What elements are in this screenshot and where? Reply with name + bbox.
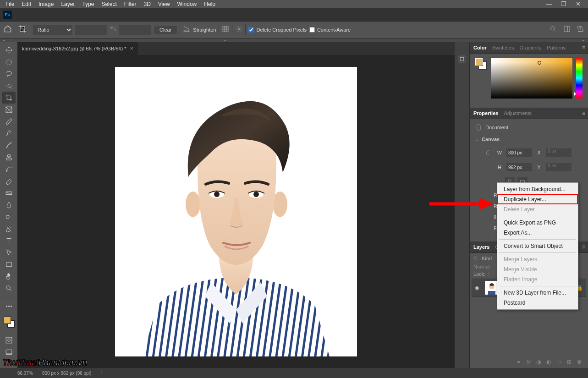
fx-icon[interactable]: fx <box>527 359 531 365</box>
menu-view[interactable]: View <box>154 0 174 8</box>
color-field[interactable] <box>491 58 572 99</box>
ratio-select[interactable]: Ratio <box>33 25 72 35</box>
tab-properties[interactable]: Properties <box>473 110 498 116</box>
move-tool[interactable] <box>2 44 16 56</box>
menu-3d[interactable]: 3D <box>140 0 154 8</box>
frame-tool[interactable] <box>2 104 16 115</box>
link-layers-icon[interactable]: ⚭ <box>517 359 521 365</box>
ratio-width-input[interactable] <box>75 25 107 35</box>
gradient-tool[interactable] <box>2 187 16 199</box>
menu-layer[interactable]: Layer <box>57 0 78 8</box>
adjustment-icon[interactable]: ◐ <box>546 359 551 365</box>
panel-menu-icon[interactable]: ≡ <box>582 244 585 250</box>
crop-tool[interactable] <box>2 92 16 104</box>
ctx-new-d-layer-from-file[interactable]: New 3D Layer from File... <box>497 288 578 298</box>
menu-file[interactable]: File <box>2 0 18 8</box>
quick-select-tool[interactable] <box>2 80 16 92</box>
ctx-convert-to-smart-object[interactable]: Convert to Smart Object <box>497 241 578 251</box>
mask-icon[interactable]: ◑ <box>536 359 541 365</box>
delete-layer-icon[interactable]: 🗑 <box>577 359 583 365</box>
canvas-height-input[interactable] <box>506 163 532 171</box>
canvas-section[interactable]: ⌄Canvas <box>475 137 583 142</box>
menu-edit[interactable]: Edit <box>18 0 35 8</box>
workspace-icon[interactable] <box>563 25 571 34</box>
doc-dimensions: 800 px x 962 px (96 ppi) <box>42 371 91 376</box>
gear-icon[interactable] <box>235 25 242 34</box>
history-brush-tool[interactable] <box>2 163 16 175</box>
panel-menu-icon[interactable]: ≡ <box>582 110 585 116</box>
restore-icon[interactable]: ❐ <box>556 0 571 8</box>
tab-layers[interactable]: Layers <box>473 244 489 250</box>
ctx-merge-layers: Merge Layers <box>497 254 578 264</box>
brush-tool[interactable] <box>2 139 16 151</box>
ctx-quick-export-as-png[interactable]: Quick Export as PNG <box>497 218 578 228</box>
ctx-layer-from-background[interactable]: Layer from Background... <box>497 184 578 194</box>
tab-close-icon[interactable]: × <box>130 45 133 52</box>
swap-icon[interactable] <box>110 26 116 34</box>
canvas-width-input[interactable] <box>506 148 532 157</box>
overlay-icon[interactable] <box>222 25 229 34</box>
menu-filter[interactable]: Filter <box>121 0 140 8</box>
hue-slider[interactable] <box>576 58 583 99</box>
type-tool[interactable] <box>2 235 16 247</box>
search-icon[interactable] <box>550 25 557 34</box>
tab-swatches[interactable]: Swatches <box>492 45 514 50</box>
tab-gradients[interactable]: Gradients <box>519 45 541 50</box>
dodge-tool[interactable] <box>2 211 16 223</box>
panel-collapse-strip[interactable]: « » » <box>0 38 588 42</box>
visibility-icon[interactable]: ◉ <box>475 285 481 291</box>
delete-cropped-checkbox[interactable]: Delete Cropped Pixels <box>248 27 306 33</box>
menu-type[interactable]: Type <box>78 0 98 8</box>
layer-context-menu: Layer from Background...Duplicate Layer.… <box>497 182 578 310</box>
history-panel-icon[interactable] <box>458 55 466 65</box>
menu-image[interactable]: Image <box>35 0 57 8</box>
svg-rect-12 <box>6 337 12 343</box>
screen-mode-icon[interactable] <box>2 346 16 358</box>
ctx-export-as[interactable]: Export As... <box>497 228 578 238</box>
ctx-duplicate-layer[interactable]: Duplicate Layer... <box>497 194 578 204</box>
kind-filter[interactable]: Kind <box>482 256 492 261</box>
ctx-postcard[interactable]: Postcard <box>497 298 578 308</box>
home-icon[interactable] <box>4 25 12 35</box>
color-swatch-toggle[interactable] <box>2 316 16 329</box>
color-fg-bg[interactable] <box>475 58 487 70</box>
group-icon[interactable]: ▭ <box>556 359 561 365</box>
stamp-tool[interactable] <box>2 151 16 163</box>
ratio-height-input[interactable] <box>119 25 151 35</box>
marquee-tool[interactable] <box>2 56 16 68</box>
canvas-view[interactable] <box>17 55 455 368</box>
tab-adjustments[interactable]: Adjustments <box>504 110 532 116</box>
content-aware-checkbox[interactable]: Content-Aware <box>309 27 351 33</box>
tab-patterns[interactable]: Patterns <box>547 45 566 50</box>
svg-rect-29 <box>489 272 493 276</box>
crop-tool-icon[interactable] <box>18 24 27 35</box>
menu-help[interactable]: Help <box>200 0 219 8</box>
new-layer-icon[interactable]: ⊞ <box>567 359 572 365</box>
menu-select[interactable]: Select <box>98 0 120 8</box>
heal-tool[interactable] <box>2 127 16 139</box>
edit-toolbar[interactable] <box>2 300 16 312</box>
straighten-icon[interactable] <box>183 25 190 34</box>
blend-mode-select[interactable]: Normal <box>473 264 489 269</box>
menu-window[interactable]: Window <box>174 0 201 8</box>
eyedropper-tool[interactable] <box>2 115 16 127</box>
clear-button[interactable]: Clear <box>154 26 177 34</box>
eraser-tool[interactable] <box>2 175 16 187</box>
share-icon[interactable] <box>577 25 584 34</box>
document-tab-title: kamiwedding-316252.jpg @ 66.7% (RGB/8#) … <box>22 46 126 51</box>
pen-tool[interactable] <box>2 223 16 235</box>
menubar: File Edit Image Layer Type Select Filter… <box>0 0 588 8</box>
lasso-tool[interactable] <box>2 68 16 80</box>
rectangle-tool[interactable] <box>2 258 16 270</box>
zoom-tool[interactable] <box>2 282 16 294</box>
tab-color[interactable]: Color <box>473 45 487 50</box>
zoom-level[interactable]: 66.37% <box>17 371 33 376</box>
path-select-tool[interactable] <box>2 247 16 258</box>
close-icon[interactable]: ✕ <box>571 0 585 8</box>
min-icon[interactable]: — <box>541 0 556 8</box>
quick-mask-icon[interactable] <box>2 334 16 346</box>
blur-tool[interactable] <box>2 199 16 211</box>
document-tab[interactable]: kamiwedding-316252.jpg @ 66.7% (RGB/8#) … <box>17 42 138 55</box>
panel-menu-icon[interactable]: ≡ <box>582 44 585 51</box>
hand-tool[interactable] <box>2 270 16 282</box>
